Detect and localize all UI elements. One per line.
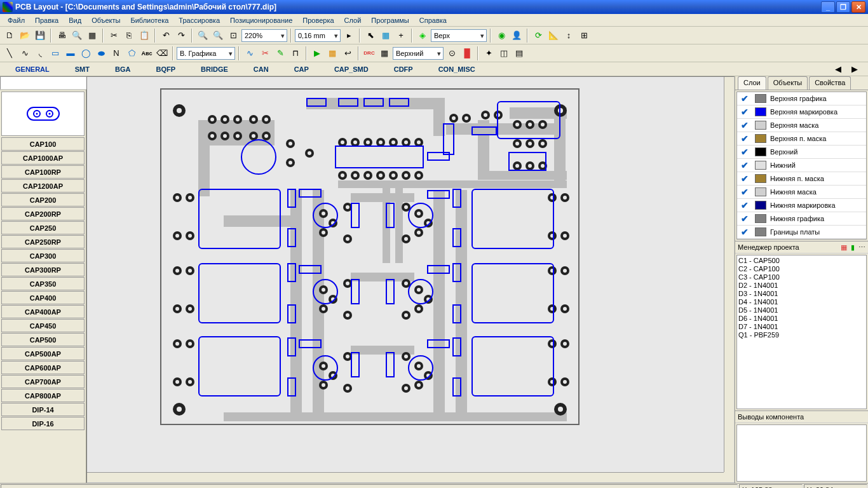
check-icon[interactable]: ✔	[737, 160, 752, 170]
autoroute-undo-icon[interactable]: ↩	[341, 46, 355, 60]
list-item[interactable]: CAP1200AP	[1, 179, 85, 193]
layer-swatch[interactable]	[755, 187, 766, 196]
list-item[interactable]: D2 - 1N4001	[738, 281, 865, 290]
preview-icon[interactable]: 🔍	[70, 29, 84, 43]
list-item[interactable]: CAP800AP	[1, 389, 85, 402]
check-icon[interactable]: ✔	[737, 214, 752, 224]
check-icon[interactable]: ✔	[737, 187, 752, 197]
zoom-window-icon[interactable]: ⊡	[226, 29, 240, 43]
layer-swatch[interactable]	[755, 227, 766, 236]
open-icon[interactable]: 📂	[18, 29, 32, 43]
table-icon[interactable]: ⊞	[577, 29, 591, 43]
copy-icon[interactable]: ⎘	[122, 29, 136, 43]
check-icon[interactable]: ✔	[737, 120, 752, 130]
component-list[interactable]: CAP100 CAP1000AP CAP100RP CAP1200AP CAP2…	[0, 90, 86, 483]
route-edit-icon[interactable]: ✎	[273, 46, 287, 60]
cut-icon[interactable]: ✂	[107, 29, 121, 43]
close-button[interactable]: ✕	[851, 1, 865, 13]
autoroute-stop-icon[interactable]: ▦	[325, 46, 339, 60]
list-item[interactable]: C1 - CAP500	[738, 257, 865, 265]
layer-row[interactable]: ✔Нижняя маска	[737, 186, 866, 199]
list-item[interactable]: C3 - CAP100	[738, 273, 865, 281]
list-item[interactable]: D4 - 1N4001	[738, 298, 865, 306]
layer-swatch[interactable]	[755, 121, 766, 130]
tab-capsmd[interactable]: CAP_SMD	[322, 64, 381, 74]
check-icon[interactable]: ✔	[737, 173, 752, 184]
layer-swatch[interactable]	[755, 94, 766, 103]
route-manual-icon[interactable]: ∿	[243, 46, 257, 60]
layer-row[interactable]: ✔Верхняя п. маска	[737, 132, 866, 146]
line-icon[interactable]: ╲	[3, 46, 17, 60]
tab-conmisc[interactable]: CON_MISC	[426, 64, 488, 74]
tab-can[interactable]: CAN	[241, 64, 281, 74]
tab-bridge[interactable]: BRIDGE	[188, 64, 241, 74]
menu-help[interactable]: Справка	[414, 15, 452, 25]
list-item[interactable]: CAP300	[1, 249, 85, 262]
layer-row[interactable]: ✔Верхняя графика	[737, 92, 866, 105]
filled-ellipse-icon[interactable]: ⬬	[94, 46, 108, 60]
list-item[interactable]: CAP100RP	[1, 165, 85, 179]
zoom-combo[interactable]: 220%	[241, 29, 287, 42]
menu-routing[interactable]: Трассировка	[173, 15, 225, 25]
tab-general[interactable]: GENERAL	[3, 64, 62, 74]
tab-scroll-right-icon[interactable]: ▶	[848, 62, 862, 76]
tab-cap[interactable]: CAP	[281, 64, 322, 74]
drc-icon[interactable]: ◉	[494, 29, 508, 43]
check-icon[interactable]: ✔	[737, 147, 752, 157]
layer-toggle-icon[interactable]: ◈	[416, 29, 430, 43]
list-item[interactable]: D6 - 1N4001	[738, 315, 865, 323]
layer-row[interactable]: ✔Нижняя графика	[737, 212, 866, 226]
polyline-icon[interactable]: ∿	[18, 46, 32, 60]
save-icon[interactable]: 💾	[33, 29, 47, 43]
tab-bga[interactable]: BGA	[102, 64, 143, 74]
list-item[interactable]: CAP300RP	[1, 263, 85, 276]
list-item[interactable]: C2 - CAP100	[738, 265, 865, 273]
export-icon[interactable]: ▤	[512, 46, 526, 60]
menu-placement[interactable]: Позиционирование	[225, 15, 297, 25]
panelize-icon[interactable]: ↕	[562, 29, 576, 43]
arc-icon[interactable]: ◟	[33, 46, 47, 60]
list-item[interactable]: CAP450	[1, 319, 85, 332]
canvas-scroll-horizontal[interactable]	[87, 472, 724, 482]
list-item[interactable]: CAP250	[1, 221, 85, 234]
layer-row[interactable]: ✔Верхний	[737, 146, 866, 159]
new-icon[interactable]: 🗋	[3, 29, 17, 43]
tab-bqfp[interactable]: BQFP	[143, 64, 188, 74]
layer-swatch[interactable]	[755, 107, 766, 116]
check-icon[interactable]: ✔	[737, 107, 752, 117]
proj-icon1[interactable]: ▦	[841, 241, 847, 254]
layer-swatch[interactable]	[755, 147, 766, 156]
menu-library[interactable]: Библиотека	[126, 15, 174, 25]
menu-layer[interactable]: Слой	[339, 15, 367, 25]
list-item[interactable]: CAP600AP	[1, 361, 85, 374]
list-item[interactable]: Q1 - PBF259	[738, 331, 865, 339]
unroute-icon[interactable]: ✂	[258, 46, 272, 60]
proj-icon3[interactable]: ⋯	[858, 241, 865, 254]
list-item[interactable]: D3 - 1N4001	[738, 290, 865, 298]
check-icon[interactable]: ✔	[737, 93, 752, 104]
tab-layers[interactable]: Слои	[738, 76, 766, 90]
layer-row[interactable]: ✔Нижний	[737, 159, 866, 172]
shapes-layer-combo[interactable]: В. Графика	[177, 47, 235, 60]
list-item[interactable]: CAP400AP	[1, 305, 85, 318]
layer-row[interactable]: ✔Нижняя п. маска	[737, 172, 866, 186]
component-search-input[interactable]	[0, 76, 92, 90]
layer-combo[interactable]: Верх	[431, 29, 487, 42]
menu-programs[interactable]: Программы	[366, 15, 414, 25]
menu-check[interactable]: Проверка	[297, 15, 339, 25]
menu-edit[interactable]: Правка	[30, 15, 64, 25]
list-item[interactable]: CAP700AP	[1, 375, 85, 388]
3d-icon[interactable]: ◫	[497, 46, 511, 60]
canvas-scroll-vertical[interactable]	[724, 77, 734, 472]
layer-swatch[interactable]	[755, 214, 766, 223]
list-item[interactable]: CAP400	[1, 291, 85, 304]
list-item[interactable]: D5 - 1N4001	[738, 306, 865, 315]
via-icon[interactable]: ⊙	[445, 46, 459, 60]
layer-swatch[interactable]	[755, 161, 766, 170]
zoom-out-icon[interactable]: 🔍	[211, 29, 225, 43]
proj-icon2[interactable]: ▮	[851, 241, 855, 254]
autoroute-run-icon[interactable]: ▶	[310, 46, 324, 60]
menu-view[interactable]: Вид	[64, 15, 86, 25]
tab-properties[interactable]: Свойства	[809, 76, 851, 90]
origin-icon[interactable]: +	[394, 29, 408, 43]
